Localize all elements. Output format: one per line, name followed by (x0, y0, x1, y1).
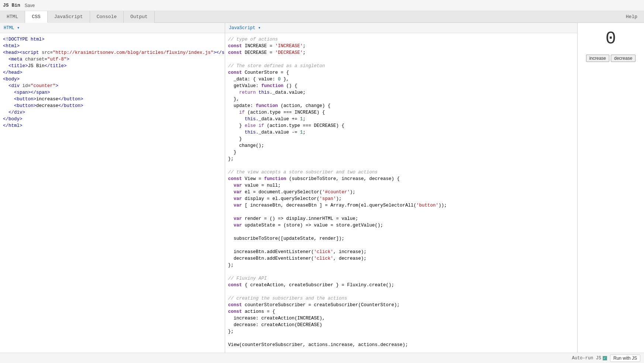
html-panel: HTML ▾ <!DOCTYPE html> <html> <head><scr… (0, 23, 225, 353)
code-line: } else if (action.type === DECREASE) { (225, 122, 577, 129)
code-line: increase: createAction(INCREASE), (225, 315, 577, 322)
javascript-code-area[interactable]: // type of actions const INCREASE = 'INC… (225, 33, 577, 353)
code-line (225, 335, 577, 342)
code-line: } (225, 149, 577, 156)
code-line: <meta charset="utf-8"> (0, 56, 225, 63)
code-line: </div> (0, 109, 225, 116)
html-panel-header[interactable]: HTML ▾ (0, 23, 225, 33)
code-line: <!DOCTYPE html> (0, 36, 225, 43)
code-line: update: function (action, change) { (225, 103, 577, 109)
code-line: }; (225, 156, 577, 162)
code-line (225, 209, 577, 215)
code-line: var updateState = (store) => value = sto… (225, 222, 577, 229)
auto-run-checkbox[interactable] (603, 356, 607, 360)
bottom-bar: Auto-run JS Run with JS (0, 353, 644, 363)
output-content: 0 increase decrease (578, 23, 644, 353)
code-line: }, (225, 96, 577, 103)
tab-javascript[interactable]: JavaScript (48, 11, 90, 23)
code-line: // Fluxiny API (225, 275, 577, 282)
code-line: <html> (0, 43, 225, 49)
output-buttons: increase decrease (586, 55, 636, 62)
code-line: const actions = { (225, 308, 577, 315)
code-line: }; (225, 328, 577, 335)
javascript-panel-header[interactable]: JavaScript ▾ (225, 23, 577, 33)
code-line: this._data.value += 1; (225, 116, 577, 122)
code-line: decreaseBtn.addEventListener('click', de… (225, 255, 577, 262)
top-bar: JS Bin Save (0, 0, 644, 11)
tab-output[interactable]: Output (124, 11, 155, 23)
code-line: subscribeToStore([updateState, render]); (225, 235, 577, 242)
run-with-button[interactable]: Run with JS (610, 355, 640, 362)
code-line: change(); (225, 142, 577, 149)
code-line (225, 269, 577, 275)
code-line: var display = el.querySelector('span'); (225, 196, 577, 202)
code-line (225, 56, 577, 63)
code-line: </head> (0, 69, 225, 76)
code-line: // the view accepts a store subscriber a… (225, 169, 577, 176)
code-line (225, 162, 577, 169)
code-line: var render = () => display.innerHTML = v… (225, 215, 577, 222)
code-line: const DECREASE = 'DECREASE'; (225, 49, 577, 56)
code-line: var [ increaseBtn, decreaseBtn ] = Array… (225, 202, 577, 209)
counter-value: 0 (606, 29, 616, 49)
code-line: getValue: function () { (225, 83, 577, 89)
code-line: // The store defined as a singleton (225, 63, 577, 69)
code-line: <title>JS Bin</title> (0, 63, 225, 69)
javascript-panel: JavaScript ▾ // type of actions const IN… (225, 23, 578, 353)
code-line: </html> (0, 122, 225, 129)
code-line: // creating the subscribers and the acti… (225, 295, 577, 302)
code-line: <head><script src="http://krasimirtsonev… (0, 49, 225, 56)
app-logo: JS Bin (3, 3, 20, 8)
tab-css[interactable]: CSS (25, 11, 47, 23)
auto-run-label: Auto-run JS (572, 356, 607, 361)
output-panel: 0 increase decrease (578, 23, 644, 353)
code-line: const CounterStore = { (225, 69, 577, 76)
code-line: <button>increase</button> (0, 96, 225, 103)
code-line (225, 288, 577, 295)
code-line: <div id="counter"> (0, 83, 225, 89)
auto-run-text: Auto-run JS (572, 356, 601, 361)
code-line: // type of actions (225, 36, 577, 43)
code-line: <span></span> (0, 89, 225, 96)
save-button[interactable]: Save (25, 3, 35, 8)
help-button[interactable]: Help (619, 11, 644, 23)
code-line: this._data.value -= 1; (225, 129, 577, 136)
tab-html[interactable]: HTML (0, 11, 25, 23)
code-line: <button>decrease</button> (0, 103, 225, 109)
code-line: var el = document.querySelector('#counte… (225, 189, 577, 196)
code-line: var value = null; (225, 182, 577, 189)
increase-button[interactable]: increase (586, 55, 609, 62)
html-code-area[interactable]: <!DOCTYPE html> <html> <head><script src… (0, 33, 225, 353)
decrease-button[interactable]: decrease (611, 55, 636, 62)
code-line (225, 229, 577, 235)
main-area: HTML ▾ <!DOCTYPE html> <html> <head><scr… (0, 23, 644, 353)
code-line: increaseBtn.addEventListener('click', in… (225, 249, 577, 255)
code-line: </body> (0, 116, 225, 122)
code-line: const INCREASE = 'INCREASE'; (225, 43, 577, 49)
code-line: decrease: createAction(DECREASE) (225, 322, 577, 328)
tab-console[interactable]: Console (90, 11, 124, 23)
code-line: <body> (0, 76, 225, 83)
code-line: if (action.type === INCREASE) { (225, 109, 577, 116)
code-line: } (225, 136, 577, 142)
code-line: const counterStoreSubscriber = createSub… (225, 302, 577, 308)
code-line: const View = function (subscribeToStore,… (225, 176, 577, 182)
code-line: _data: { value: 0 }, (225, 76, 577, 83)
code-line: }; (225, 262, 577, 269)
code-line (225, 242, 577, 249)
code-line: return this._data.value; (225, 89, 577, 96)
code-line: View(counterStoreSubscriber, actions.inc… (225, 342, 577, 348)
tab-bar: HTML CSS JavaScript Console Output Help (0, 11, 644, 23)
code-line: const { createAction, createSubscriber }… (225, 282, 577, 288)
